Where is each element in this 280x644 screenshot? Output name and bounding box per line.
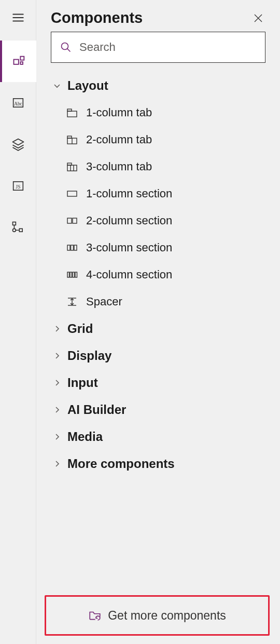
panel-title: Components [51,9,143,26]
rail-components-button[interactable] [0,41,36,82]
hamburger-menu-button[interactable] [6,5,31,30]
1col-tab-icon [65,106,79,119]
chevron-right-icon [52,378,62,388]
rail-layers-button[interactable] [0,124,36,165]
svg-rect-28 [73,272,75,277]
components-panel: Components Layout1-column tab2-column ta… [36,0,280,644]
item-label: 1-column tab [86,106,152,119]
svg-point-9 [12,229,16,232]
component-item-1-column-section[interactable]: 1-column section [41,180,275,207]
chevron-down-icon [52,81,62,91]
svg-rect-2 [20,62,23,64]
svg-rect-24 [71,245,74,250]
component-item-2-column-tab[interactable]: 2-column tab [41,126,275,153]
folder-add-icon [88,609,102,622]
svg-rect-8 [19,229,22,232]
item-label: 2-column tab [86,133,152,146]
rail-js-button[interactable]: JS [0,165,36,207]
group-header-ai-builder[interactable]: AI Builder [41,396,275,423]
2col-section-icon [65,214,79,227]
component-item-3-column-section[interactable]: 3-column section [41,234,275,261]
close-button[interactable] [251,11,265,25]
left-rail: Abc JS [0,0,36,644]
svg-rect-20 [67,191,77,196]
text-abc-icon: Abc [11,96,25,110]
4col-section-icon [65,268,79,281]
item-label: Spacer [86,295,122,308]
3col-tab-icon [65,160,79,173]
group-label: Layout [67,78,108,93]
group-label: Input [67,375,98,390]
group-label: AI Builder [67,403,126,417]
rail-tree-button[interactable] [0,207,36,248]
chevron-right-icon [52,459,62,469]
item-label: 2-column section [86,214,172,227]
svg-rect-25 [74,245,77,250]
group-header-layout[interactable]: Layout [41,72,275,99]
1col-section-icon [65,187,79,200]
group-label: Grid [67,321,93,336]
svg-rect-23 [67,245,70,250]
rail-text-button[interactable]: Abc [0,82,36,124]
component-item-2-column-section[interactable]: 2-column section [41,207,275,234]
hamburger-icon [11,11,25,24]
footer-label: Get more components [108,609,226,623]
item-label: 3-column section [86,241,172,254]
chevron-right-icon [52,324,62,334]
component-item-4-column-section[interactable]: 4-column section [41,261,275,288]
group-header-more-components[interactable]: More components [41,450,275,477]
search-wrapper [36,32,280,70]
svg-rect-0 [13,60,18,64]
panel-header: Components [36,0,280,32]
svg-text:Abc: Abc [14,101,22,106]
item-label: 1-column section [86,187,172,200]
chevron-right-icon [52,432,62,442]
group-label: Display [67,348,111,363]
group-header-input[interactable]: Input [41,369,275,396]
chevron-right-icon [52,351,62,361]
component-item-spacer[interactable]: Spacer [41,288,275,315]
spacer-icon [65,295,79,308]
svg-rect-27 [70,272,72,277]
svg-rect-26 [67,272,69,277]
group-header-display[interactable]: Display [41,342,275,369]
svg-text:JS: JS [16,184,20,190]
search-icon [60,41,72,53]
component-item-1-column-tab[interactable]: 1-column tab [41,99,275,126]
chevron-right-icon [52,405,62,415]
get-more-components-button[interactable]: Get more components [45,595,270,636]
components-icon [12,54,26,69]
search-box[interactable] [51,32,265,63]
svg-rect-12 [67,111,77,117]
js-icon: JS [11,179,25,193]
group-label: More components [67,457,175,471]
layers-icon [11,137,25,152]
3col-section-icon [65,241,79,254]
tree-view-icon [11,220,25,235]
svg-rect-29 [75,272,77,277]
item-label: 4-column section [86,268,172,281]
item-label: 3-column tab [86,160,152,173]
group-header-media[interactable]: Media [41,423,275,450]
svg-rect-17 [67,165,77,171]
svg-rect-22 [73,218,77,223]
group-header-grid[interactable]: Grid [41,315,275,342]
svg-rect-7 [12,222,16,225]
svg-rect-1 [20,57,24,60]
component-tree: Layout1-column tab2-column tab3-column t… [36,70,280,644]
close-icon [253,13,263,23]
2col-tab-icon [65,133,79,146]
component-item-3-column-tab[interactable]: 3-column tab [41,153,275,180]
group-label: Media [67,430,103,444]
search-input[interactable] [79,41,257,54]
svg-rect-21 [67,218,72,223]
